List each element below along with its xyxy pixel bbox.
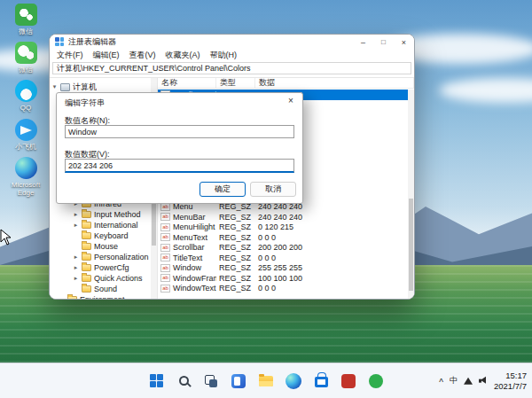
- table-row[interactable]: WindowFrameREG_SZ100 100 100: [158, 273, 408, 284]
- table-row[interactable]: ScrollbarREG_SZ200 200 200: [158, 243, 408, 254]
- value-name: MenuHilight: [173, 222, 215, 231]
- menu-item[interactable]: 收藏夹(A): [161, 50, 205, 61]
- tree-item[interactable]: ▸International: [50, 220, 151, 230]
- value-name: TitleText: [173, 254, 202, 262]
- network-icon[interactable]: [464, 378, 473, 385]
- desktop-icon[interactable]: Microsoft Edge: [2, 157, 50, 197]
- tree-item-label: Sound: [94, 285, 117, 293]
- string-value-icon: [160, 203, 170, 211]
- hidden-icons-chevron-icon[interactable]: [439, 373, 443, 389]
- desktop-icons: 微信微信QQ小飞机Microsoft Edge: [2, 4, 50, 197]
- desktop-icon[interactable]: 小飞机: [2, 119, 50, 151]
- chevron-right-icon[interactable]: ▸: [73, 254, 79, 261]
- desktop-icon[interactable]: 微信: [2, 42, 50, 74]
- widgets-icon: [231, 374, 246, 388]
- menu-bar: 文件(F)编辑(E)查看(V)收藏夹(A)帮助(H): [50, 50, 414, 61]
- menu-item[interactable]: 查看(V): [125, 50, 160, 61]
- computer-icon: [60, 83, 70, 91]
- wechat-small-icon: [15, 4, 37, 26]
- value-name-cell: MenuHilight: [158, 222, 216, 231]
- value-data: 0 120 215: [255, 222, 408, 231]
- green-icon: [369, 374, 383, 388]
- address-bar[interactable]: 计算机\HKEY_CURRENT_USER\Control Panel\Colo…: [52, 62, 411, 74]
- desktop-icon[interactable]: QQ: [2, 80, 50, 112]
- value-type: REG_SZ: [216, 243, 255, 252]
- table-row[interactable]: MenuHilightREG_SZ0 120 215: [158, 222, 408, 233]
- desktop-icon-label: QQ: [20, 104, 31, 112]
- value-name: MenuText: [173, 233, 207, 242]
- dialog-close-icon[interactable]: [279, 93, 302, 108]
- edge-button[interactable]: [282, 370, 305, 393]
- search-button[interactable]: [172, 370, 195, 393]
- volume-icon[interactable]: [479, 377, 488, 385]
- folder-icon: [82, 243, 91, 250]
- string-value-icon: [160, 264, 170, 272]
- chevron-right-icon[interactable]: ▸: [73, 275, 79, 282]
- tree-item[interactable]: Mouse: [50, 241, 151, 252]
- table-row[interactable]: WindowREG_SZ255 255 255: [158, 263, 408, 274]
- value-name-cell: MenuText: [158, 233, 216, 242]
- widgets-button[interactable]: [227, 370, 250, 393]
- ok-button[interactable]: 确定: [200, 182, 246, 197]
- close-icon[interactable]: [394, 35, 414, 50]
- table-row[interactable]: MenuTextREG_SZ0 0 0: [158, 232, 408, 243]
- app-green-button[interactable]: [364, 370, 387, 393]
- tree-item[interactable]: ▸Quick Actions: [50, 273, 151, 284]
- mouse-cursor: [0, 229, 12, 250]
- minimize-icon[interactable]: [353, 35, 373, 50]
- tree-item[interactable]: Keyboard: [50, 230, 151, 241]
- tree-item[interactable]: Sound: [50, 284, 151, 294]
- store-button[interactable]: [309, 370, 332, 393]
- string-value-icon: [160, 254, 170, 261]
- folder-icon: [82, 254, 91, 261]
- chevron-right-icon[interactable]: ▸: [73, 222, 79, 229]
- tree-item[interactable]: ▾计算机: [50, 82, 151, 92]
- menu-item[interactable]: 帮助(H): [206, 50, 242, 61]
- value-type: REG_SZ: [216, 222, 255, 231]
- chevron-right-icon[interactable]: ▸: [73, 211, 79, 218]
- title-bar[interactable]: 注册表编辑器: [50, 35, 414, 50]
- string-value-icon: [160, 213, 170, 221]
- table-row[interactable]: MenuBarREG_SZ240 240 240: [158, 212, 408, 222]
- app-red-button[interactable]: [337, 370, 360, 393]
- value-name: Window: [173, 263, 201, 272]
- value-name: WindowFrame: [173, 274, 216, 283]
- value-name-cell: WindowText: [158, 284, 216, 293]
- list-scrollbar[interactable]: [408, 90, 414, 299]
- tree-item[interactable]: ▸Personalization: [50, 252, 151, 262]
- column-header-name[interactable]: 名称: [158, 78, 216, 88]
- window-title: 注册表编辑器: [68, 36, 116, 48]
- folder-icon: [82, 232, 91, 239]
- task-view-button[interactable]: [200, 370, 223, 393]
- desktop-icon-label: 小飞机: [15, 143, 36, 151]
- cancel-button[interactable]: 取消: [250, 182, 296, 197]
- tree-item-label: Input Method: [94, 210, 141, 219]
- tree-item[interactable]: ▸Input Method: [50, 209, 151, 220]
- column-header-type[interactable]: 类型: [216, 78, 255, 88]
- tree-item-label: 计算机: [73, 82, 97, 93]
- value-name-field[interactable]: Window: [65, 125, 294, 138]
- value-data: 200 200 200: [255, 243, 408, 252]
- tree-item-label: Mouse: [94, 242, 118, 251]
- chevron-right-icon[interactable]: ▸: [73, 264, 79, 271]
- chevron-down-icon[interactable]: ▾: [51, 83, 58, 90]
- column-header-data[interactable]: 数据: [255, 78, 414, 88]
- edge-icon: [15, 157, 37, 179]
- table-row[interactable]: TitleTextREG_SZ0 0 0: [158, 253, 408, 263]
- file-explorer-button[interactable]: [254, 370, 278, 393]
- tree-item[interactable]: Environment: [50, 294, 151, 299]
- string-value-icon: [160, 233, 170, 241]
- value-data-field[interactable]: 202 234 206: [65, 159, 294, 173]
- tree-item[interactable]: ▸PowerCfg: [50, 262, 151, 273]
- clock[interactable]: 15:17 2021/7/7: [494, 370, 527, 392]
- desktop-icon[interactable]: 微信: [2, 4, 50, 35]
- table-row[interactable]: WindowTextREG_SZ0 0 0: [158, 284, 408, 294]
- value-name-cell: Window: [158, 263, 216, 272]
- start-button[interactable]: [145, 370, 168, 393]
- list-scrollbar-thumb[interactable]: [409, 199, 413, 291]
- ime-indicator[interactable]: 中: [450, 375, 458, 386]
- window-controls: [353, 35, 414, 50]
- maximize-icon[interactable]: [373, 35, 394, 50]
- menu-item[interactable]: 编辑(E): [89, 50, 124, 61]
- menu-item[interactable]: 文件(F): [52, 50, 88, 61]
